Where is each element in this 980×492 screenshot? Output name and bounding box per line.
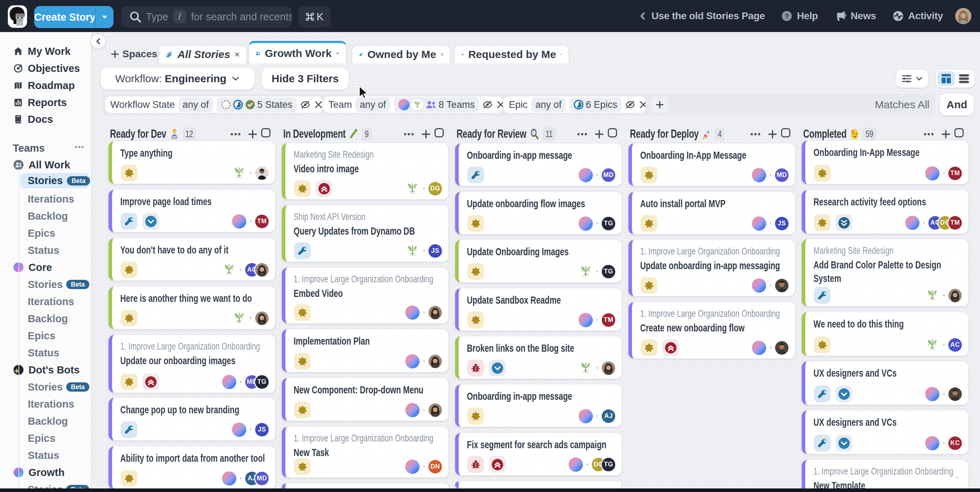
svg-text:?: ? bbox=[785, 13, 789, 20]
